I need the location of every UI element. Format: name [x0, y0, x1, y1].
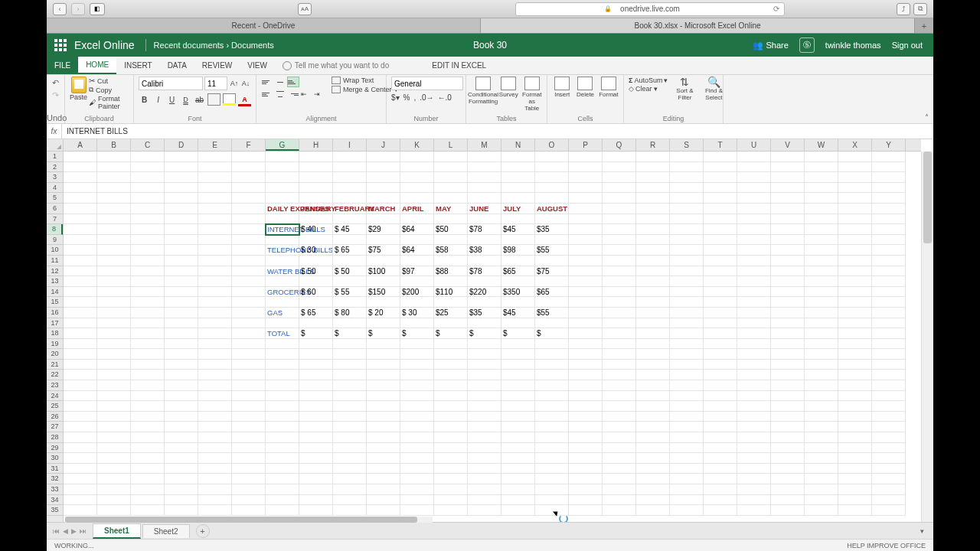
cell-W20[interactable]: [805, 349, 838, 360]
cell-N27[interactable]: [501, 422, 535, 432]
cell-W25[interactable]: [805, 401, 838, 412]
cell-P3[interactable]: [569, 172, 603, 183]
cell-F25[interactable]: [232, 401, 266, 412]
cell-Y11[interactable]: [872, 256, 906, 266]
cell-O34[interactable]: [535, 495, 569, 506]
row-header-6[interactable]: 6: [47, 204, 63, 214]
cell-J17[interactable]: [367, 318, 400, 329]
cell-M3[interactable]: [468, 172, 501, 183]
cell-R1[interactable]: [636, 152, 670, 162]
row-header-20[interactable]: 20: [47, 349, 63, 360]
cell-A20[interactable]: [64, 349, 97, 360]
fill-color-button[interactable]: [223, 93, 236, 106]
cell-S21[interactable]: [670, 360, 704, 370]
cell-Q11[interactable]: [603, 256, 636, 266]
cell-F13[interactable]: [232, 276, 266, 287]
cell-A31[interactable]: [64, 464, 97, 474]
cell-K30[interactable]: [400, 453, 434, 464]
cell-B10[interactable]: [97, 245, 131, 256]
cell-M24[interactable]: [468, 391, 501, 402]
cell-S14[interactable]: [670, 287, 704, 298]
cell-A19[interactable]: [64, 339, 97, 350]
cell-T15[interactable]: [704, 297, 737, 308]
cell-Y16[interactable]: [872, 308, 906, 318]
cell-D10[interactable]: [165, 245, 198, 256]
cell-A12[interactable]: [64, 266, 97, 277]
cell-A9[interactable]: [64, 235, 97, 246]
cell-G20[interactable]: [266, 349, 299, 360]
cell-U23[interactable]: [737, 380, 771, 391]
cell-B19[interactable]: [97, 339, 131, 350]
cell-U14[interactable]: [737, 287, 771, 298]
cell-U31[interactable]: [737, 464, 771, 474]
cell-T20[interactable]: [704, 349, 737, 360]
col-header-N[interactable]: N: [501, 139, 535, 151]
cell-V8[interactable]: [771, 224, 805, 235]
cell-C33[interactable]: [131, 484, 165, 495]
cell-R28[interactable]: [636, 432, 670, 443]
cell-A23[interactable]: [64, 380, 97, 391]
row-header-17[interactable]: 17: [47, 318, 63, 329]
cell-X11[interactable]: [838, 256, 872, 266]
cell-D20[interactable]: [165, 349, 198, 360]
cell-Y7[interactable]: [872, 214, 906, 225]
cell-V29[interactable]: [771, 443, 805, 454]
cell-B1[interactable]: [97, 152, 131, 162]
cell-B23[interactable]: [97, 380, 131, 391]
cell-T34[interactable]: [704, 495, 737, 506]
cell-U10[interactable]: [737, 245, 771, 256]
collapse-ribbon-button[interactable]: ˄: [925, 113, 929, 122]
cell-R35[interactable]: [636, 505, 670, 516]
cell-X16[interactable]: [838, 308, 872, 318]
browser-tab-onedrive[interactable]: Recent - OneDrive: [47, 18, 481, 33]
cell-O7[interactable]: [535, 214, 569, 225]
cell-K34[interactable]: [400, 495, 434, 506]
cell-G31[interactable]: [266, 464, 299, 474]
cell-F30[interactable]: [232, 453, 266, 464]
cell-N10[interactable]: $98: [501, 245, 535, 256]
tabs-button[interactable]: ⧉: [913, 3, 927, 15]
cell-T9[interactable]: [704, 235, 737, 246]
cell-N32[interactable]: [501, 474, 535, 484]
cell-E13[interactable]: [198, 276, 232, 287]
sheet-menu-button[interactable]: ▾: [920, 527, 924, 535]
cell-V2[interactable]: [771, 162, 805, 173]
tab-data[interactable]: DATA: [160, 57, 194, 74]
cell-X12[interactable]: [838, 266, 872, 277]
cell-X8[interactable]: [838, 224, 872, 235]
cell-R34[interactable]: [636, 495, 670, 506]
cell-G32[interactable]: [266, 474, 299, 484]
cell-S19[interactable]: [670, 339, 704, 350]
cell-W15[interactable]: [805, 297, 838, 308]
cell-H30[interactable]: [299, 453, 333, 464]
cell-C20[interactable]: [131, 349, 165, 360]
cell-E1[interactable]: [198, 152, 232, 162]
cell-T6[interactable]: [704, 204, 737, 214]
cell-U6[interactable]: [737, 204, 771, 214]
cell-G27[interactable]: [266, 422, 299, 432]
cell-M11[interactable]: [468, 256, 501, 266]
cell-I5[interactable]: [333, 193, 367, 204]
cell-E20[interactable]: [198, 349, 232, 360]
cell-N35[interactable]: [501, 505, 535, 516]
cell-G7[interactable]: [266, 214, 299, 225]
tab-insert[interactable]: INSERT: [116, 57, 160, 74]
cell-E11[interactable]: [198, 256, 232, 266]
cell-D21[interactable]: [165, 360, 198, 370]
cell-O1[interactable]: [535, 152, 569, 162]
sort-filter-button[interactable]: ⇅Sort & Filter: [672, 77, 697, 102]
cell-H7[interactable]: [299, 214, 333, 225]
cell-Y29[interactable]: [872, 443, 906, 454]
cell-R23[interactable]: [636, 380, 670, 391]
cell-B3[interactable]: [97, 172, 131, 183]
cell-P13[interactable]: [569, 276, 603, 287]
cell-I16[interactable]: $ 80: [333, 308, 367, 318]
cell-W29[interactable]: [805, 443, 838, 454]
cell-O24[interactable]: [535, 391, 569, 402]
cell-S32[interactable]: [670, 474, 704, 484]
row-header-4[interactable]: 4: [47, 183, 63, 194]
cell-L33[interactable]: [434, 484, 468, 495]
cell-D23[interactable]: [165, 380, 198, 391]
cell-N3[interactable]: [501, 172, 535, 183]
cell-S2[interactable]: [670, 162, 704, 173]
